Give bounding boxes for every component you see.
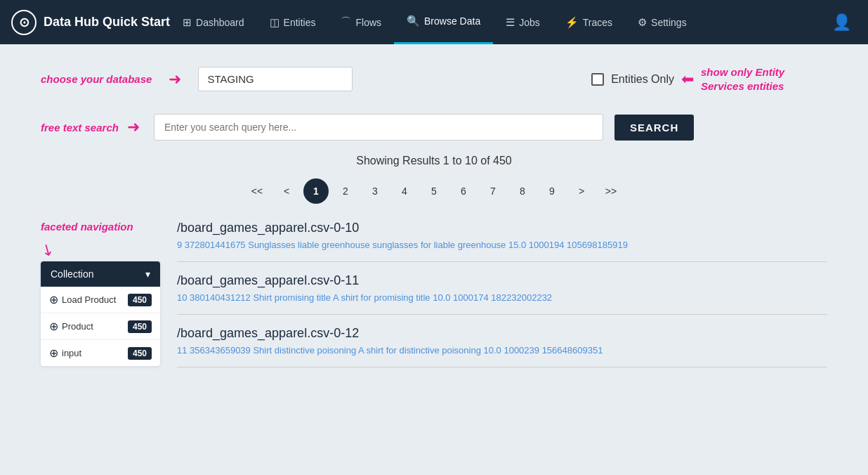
user-avatar-icon[interactable]: 👤 — [827, 13, 857, 32]
nav-item-settings[interactable]: ⚙ Settings — [625, 0, 699, 44]
page-next[interactable]: > — [569, 178, 594, 204]
nav-item-dashboard[interactable]: ⊞ Dashboard — [170, 0, 257, 44]
page-4[interactable]: 4 — [392, 178, 417, 204]
page-8[interactable]: 8 — [510, 178, 535, 204]
facet-header[interactable]: Collection ▾ — [41, 261, 160, 287]
entities-icon: ◫ — [270, 16, 280, 29]
page-prev[interactable]: < — [274, 178, 299, 204]
page-3[interactable]: 3 — [362, 178, 388, 204]
facet-label-input: input — [62, 348, 81, 358]
nav-item-entities[interactable]: ◫ Entities — [257, 0, 329, 44]
show-only-annotation: show only Entity Services entities — [701, 65, 827, 93]
results-list: /board_games_apparel.csv-0-10 9 37280144… — [177, 221, 827, 379]
search-arrow: ➜ — [127, 118, 140, 136]
brand-icon: ⊙ — [11, 10, 37, 35]
page-2[interactable]: 2 — [333, 178, 358, 204]
result-item-2: /board_games_apparel.csv-0-12 11 3563436… — [177, 326, 827, 367]
free-text-annotation: free text search — [41, 122, 119, 134]
brand: ⊙ Data Hub Quick Start — [11, 10, 170, 35]
result-meta-0: 9 372801441675 Sunglasses liable greenho… — [177, 240, 827, 250]
database-row: choose your database ➜ STAGING PRODUCTIO… — [41, 65, 827, 93]
page-1[interactable]: 1 — [303, 178, 329, 204]
nav-item-traces[interactable]: ⚡ Traces — [553, 0, 625, 44]
content-area: faceted navigation ↘ Collection ▾ ⊕ Load… — [41, 221, 827, 379]
facet-label-load-product: Load Product — [62, 294, 116, 305]
browse-data-icon: 🔍 — [407, 15, 420, 27]
page-6[interactable]: 6 — [451, 178, 476, 204]
settings-icon: ⚙ — [638, 16, 647, 29]
facet-panel: Collection ▾ ⊕ Load Product 450 ⊕ Produc… — [41, 261, 160, 366]
faceted-nav-annotation: faceted navigation — [41, 221, 133, 233]
facet-plus-load-product: ⊕ — [49, 293, 58, 306]
facet-item-product[interactable]: ⊕ Product 450 — [41, 313, 160, 340]
flows-icon: ⌒ — [341, 15, 351, 29]
page-first[interactable]: << — [244, 178, 270, 204]
facet-item-input[interactable]: ⊕ input 450 — [41, 340, 160, 366]
facet-plus-input: ⊕ — [49, 346, 58, 360]
choose-db-arrow: ➜ — [169, 70, 181, 89]
navbar: ⊙ Data Hub Quick Start ⊞ Dashboard ◫ Ent… — [0, 0, 868, 44]
traces-icon: ⚡ — [565, 16, 579, 29]
result-meta-2: 11 356343659039 Shirt distinctive poison… — [177, 345, 827, 356]
search-button[interactable]: SEARCH — [614, 115, 694, 141]
db-select-wrapper: STAGING PRODUCTION DEVELOPMENT — [198, 67, 353, 91]
result-item-1: /board_games_apparel.csv-0-11 10 3801404… — [177, 273, 827, 315]
database-select[interactable]: STAGING PRODUCTION DEVELOPMENT — [198, 67, 353, 91]
pagination: << < 1 2 3 4 5 6 7 8 9 > >> — [41, 178, 827, 204]
nav-item-jobs[interactable]: ☰ Jobs — [493, 0, 553, 44]
facet-count-input: 450 — [128, 347, 152, 360]
nav-item-browse-data[interactable]: 🔍 Browse Data — [394, 0, 493, 44]
result-meta-1: 10 380140431212 Shirt promising title A … — [177, 292, 827, 303]
choose-db-annotation: choose your database — [41, 73, 152, 85]
page-7[interactable]: 7 — [480, 178, 506, 204]
main-content: choose your database ➜ STAGING PRODUCTIO… — [13, 44, 855, 400]
jobs-icon: ☰ — [506, 16, 515, 29]
page-5[interactable]: 5 — [421, 178, 447, 204]
search-row: free text search ➜ SEARCH — [41, 114, 827, 141]
facet-nav-section: faceted navigation ↘ Collection ▾ ⊕ Load… — [41, 221, 160, 366]
facet-label-product: Product — [62, 321, 93, 332]
search-label-group: free text search ➜ — [41, 118, 143, 136]
dashboard-icon: ⊞ — [183, 16, 192, 29]
result-title-1[interactable]: /board_games_apparel.csv-0-11 — [177, 273, 827, 288]
results-summary: Showing Results 1 to 10 of 450 — [41, 155, 827, 167]
nav-links: ⊞ Dashboard ◫ Entities ⌒ Flows 🔍 Browse … — [170, 0, 827, 44]
facet-count-product: 450 — [128, 320, 152, 333]
result-title-2[interactable]: /board_games_apparel.csv-0-12 — [177, 326, 827, 341]
result-title-0[interactable]: /board_games_apparel.csv-0-10 — [177, 221, 827, 235]
result-item-0: /board_games_apparel.csv-0-10 9 37280144… — [177, 221, 827, 262]
entities-only-arrow: ⬅ — [681, 70, 694, 89]
facet-count-load-product: 450 — [128, 294, 152, 306]
entities-only-label: Entities Only — [611, 73, 674, 86]
facet-item-load-product[interactable]: ⊕ Load Product 450 — [41, 287, 160, 313]
entities-only-checkbox[interactable] — [591, 73, 604, 86]
brand-title: Data Hub Quick Start — [44, 15, 170, 30]
facet-arrow: ↘ — [37, 238, 58, 261]
facet-header-label: Collection — [51, 268, 93, 280]
page-9[interactable]: 9 — [539, 178, 565, 204]
facet-plus-product: ⊕ — [49, 320, 58, 333]
entities-only-group: Entities Only ⬅ show only Entity Service… — [591, 65, 827, 93]
nav-item-flows[interactable]: ⌒ Flows — [328, 0, 394, 44]
page-last[interactable]: >> — [598, 178, 624, 204]
facet-chevron-icon: ▾ — [145, 268, 150, 280]
search-input[interactable] — [154, 114, 603, 141]
